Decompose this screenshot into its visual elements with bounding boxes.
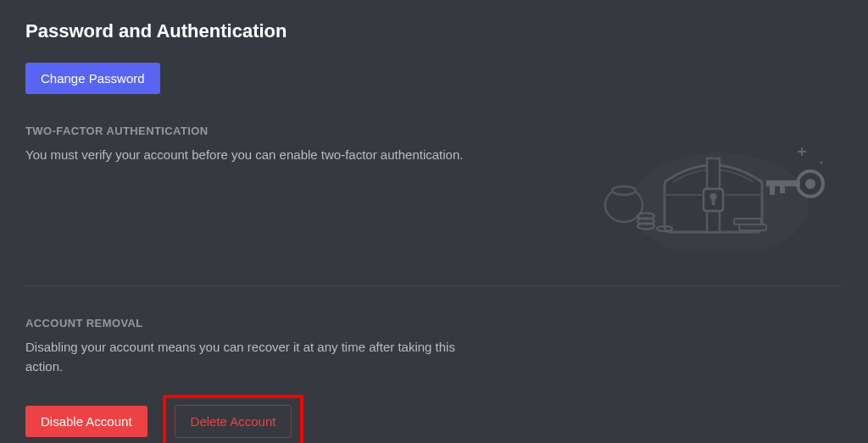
delete-account-button[interactable]: Delete Account	[175, 405, 292, 438]
two-factor-header: TWO-FACTOR AUTHENTICATION	[25, 125, 568, 137]
svg-rect-20	[780, 186, 785, 193]
treasure-chest-illustration	[588, 125, 843, 252]
svg-rect-14	[739, 224, 766, 230]
account-removal-header: ACCOUNT REMOVAL	[25, 317, 843, 329]
section-divider	[25, 285, 843, 286]
account-removal-description: Disabling your account means you can rec…	[25, 338, 466, 376]
change-password-button[interactable]: Change Password	[25, 63, 160, 94]
svg-rect-7	[712, 198, 715, 205]
svg-point-17	[805, 179, 815, 189]
page-title: Password and Authentication	[25, 20, 843, 42]
svg-point-23	[821, 162, 823, 164]
svg-rect-19	[770, 186, 775, 195]
svg-rect-15	[734, 219, 761, 224]
svg-rect-18	[766, 180, 800, 186]
disable-account-button[interactable]: Disable Account	[25, 406, 147, 437]
two-factor-section: TWO-FACTOR AUTHENTICATION You must verif…	[25, 125, 843, 252]
two-factor-description: You must verify your account before you …	[25, 146, 466, 165]
account-removal-section: ACCOUNT REMOVAL Disabling your account m…	[25, 317, 843, 443]
svg-point-2	[612, 186, 636, 195]
delete-account-highlight: Delete Account	[163, 395, 304, 443]
